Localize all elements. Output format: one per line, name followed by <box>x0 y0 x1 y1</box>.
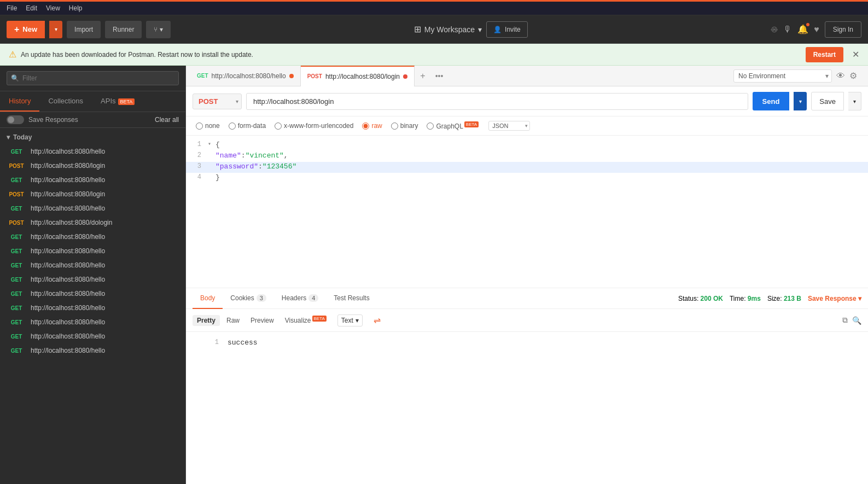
url-input[interactable] <box>246 93 748 110</box>
radio-urlencoded[interactable]: x-www-form-urlencoded <box>271 122 357 130</box>
more-tabs-button[interactable]: ••• <box>431 68 447 84</box>
history-item[interactable]: GET http://localhost:8080/hello <box>0 287 185 301</box>
tab-collections[interactable]: Collections <box>39 91 92 112</box>
notification-icon[interactable]: 🔔 <box>797 24 808 34</box>
save-dropdown-button[interactable]: ▾ <box>848 92 861 110</box>
chevron-down-icon: ▾ <box>7 133 10 141</box>
invite-button[interactable]: 👤 Invite <box>486 21 528 38</box>
interceptor-icon[interactable]: 🎙 <box>783 25 792 34</box>
view-pretty-button[interactable]: Pretty <box>193 315 220 326</box>
menu-edit[interactable]: Edit <box>26 4 37 12</box>
heart-icon[interactable]: ♥ <box>814 25 819 34</box>
history-item[interactable]: POST http://localhost:8080/login <box>0 187 185 201</box>
radio-none[interactable]: none <box>193 122 223 130</box>
clear-all-button[interactable]: Clear all <box>155 116 179 124</box>
history-url: http://localhost:8080/hello <box>31 347 105 354</box>
radio-form-data[interactable]: form-data <box>225 122 269 130</box>
radio-raw[interactable]: raw <box>359 122 385 130</box>
history-today-header: ▾ Today <box>0 128 185 144</box>
save-button[interactable]: Save <box>811 92 844 110</box>
word-wrap-button[interactable]: ⇌ <box>369 313 385 327</box>
method-badge: GET <box>7 348 26 354</box>
view-visualize-button[interactable]: VisualizeBETA <box>281 314 331 326</box>
method-badge: GET <box>7 319 26 325</box>
restart-button[interactable]: Restart <box>806 47 843 62</box>
history-item[interactable]: POST http://localhost:8080/dologin <box>0 215 185 230</box>
fork-icon: ⑂ <box>154 26 158 33</box>
signin-button[interactable]: Sign In <box>825 21 861 38</box>
resp-tab-headers[interactable]: Headers 4 <box>274 288 326 309</box>
send-button[interactable]: Send <box>753 92 790 110</box>
eye-icon[interactable]: 👁 <box>836 71 845 81</box>
new-dropdown-button[interactable]: ▾ <box>49 21 62 38</box>
sidebar-tabs: History Collections APIsBETA <box>0 91 185 112</box>
history-item[interactable]: GET http://localhost:8080/hello <box>0 230 185 244</box>
menu-file[interactable]: File <box>7 4 17 12</box>
tab-history[interactable]: History <box>0 91 39 112</box>
tab-method: GET <box>197 73 208 79</box>
method-badge: POST <box>7 220 26 226</box>
history-item[interactable]: GET http://localhost:8080/hello <box>0 329 185 343</box>
size-value: 213 B <box>784 295 801 302</box>
request-tab-0[interactable]: GET http://localhost:8080/hello <box>190 66 301 86</box>
text-format-select[interactable]: Text ▾ <box>337 314 363 326</box>
code-editor[interactable]: 1 ▾ { 2 "name":"vincent", 3 "password":"… <box>186 136 868 288</box>
view-raw-button[interactable]: Raw <box>222 315 244 326</box>
radio-graphql[interactable]: GraphQLBETA <box>423 122 482 130</box>
tabs-bar: GET http://localhost:8080/hello POST htt… <box>186 66 868 86</box>
response-content: success <box>228 339 258 347</box>
environment-select[interactable]: No Environment <box>733 69 832 83</box>
method-badge: GET <box>7 177 26 183</box>
history-item[interactable]: GET http://localhost:8080/hello <box>0 315 185 329</box>
history-item[interactable]: GET http://localhost:8080/hello <box>0 244 185 258</box>
time-value: 9ms <box>748 295 761 302</box>
code-line-1: 1 ▾ { <box>186 140 868 151</box>
save-responses-toggle[interactable] <box>7 115 24 124</box>
request-tab-1[interactable]: POST http://localhost:8080/login <box>301 66 415 86</box>
tab-apis[interactable]: APIsBETA <box>92 91 143 112</box>
history-item[interactable]: GET http://localhost:8080/hello <box>0 272 185 287</box>
workspace-button[interactable]: ⊞ My Workspace ▾ <box>414 24 482 34</box>
tabs-bar-wrap: GET http://localhost:8080/hello POST htt… <box>186 66 868 86</box>
method-select[interactable]: POST GET PUT DELETE PATCH <box>193 94 242 109</box>
new-button[interactable]: + New <box>7 21 45 38</box>
history-item[interactable]: GET http://localhost:8080/hello <box>0 301 185 315</box>
search-icon[interactable]: ⊗ <box>771 24 778 34</box>
history-item[interactable]: GET http://localhost:8080/hello <box>0 343 185 358</box>
resp-tab-body[interactable]: Body <box>193 288 223 309</box>
search-response-button[interactable]: 🔍 <box>852 316 861 325</box>
import-button[interactable]: Import <box>67 21 101 38</box>
filter-input[interactable] <box>7 71 179 85</box>
save-response-button[interactable]: Save Response ▾ <box>808 295 861 302</box>
runner-button[interactable]: Runner <box>105 21 142 38</box>
history-item[interactable]: GET http://localhost:8080/hello <box>0 173 185 187</box>
view-preview-button[interactable]: Preview <box>246 315 278 326</box>
body-options: none form-data x-www-form-urlencoded raw… <box>186 116 868 136</box>
warning-icon: ⚠ <box>9 49 16 60</box>
fork-button[interactable]: ⑂▾ <box>146 21 171 38</box>
menu-help[interactable]: Help <box>69 4 83 12</box>
history-item[interactable]: GET http://localhost:8080/hello <box>0 258 185 272</box>
history-today-label: Today <box>13 133 32 141</box>
grid-icon: ⊞ <box>414 24 421 34</box>
new-tab-button[interactable]: + <box>415 68 431 84</box>
history-url: http://localhost:8080/hello <box>31 318 105 326</box>
send-dropdown-button[interactable]: ▾ <box>794 92 807 110</box>
code-line-2: 2 "name":"vincent", <box>186 151 868 162</box>
resp-tab-test-results[interactable]: Test Results <box>326 288 377 309</box>
radio-binary[interactable]: binary <box>388 122 422 130</box>
history-item[interactable]: POST http://localhost:8080/login <box>0 159 185 173</box>
workspace-dropdown-icon: ▾ <box>478 25 482 34</box>
history-item[interactable]: GET http://localhost:8080/hello <box>0 144 185 159</box>
body-format-select[interactable]: JSON Text JavaScript HTML XML <box>488 121 530 131</box>
resp-tab-cookies[interactable]: Cookies 3 <box>223 288 273 309</box>
settings-icon[interactable]: ⚙ <box>849 71 857 81</box>
close-banner-icon[interactable]: ✕ <box>852 49 859 60</box>
apis-beta-badge: BETA <box>118 98 135 105</box>
history-item[interactable]: GET http://localhost:8080/hello <box>0 201 185 215</box>
copy-response-button[interactable]: ⧉ <box>842 316 848 325</box>
banner-text: An update has been downloaded for Postma… <box>21 51 801 59</box>
menu-view[interactable]: View <box>46 4 60 12</box>
status-value: 200 OK <box>701 295 723 302</box>
method-badge: GET <box>7 234 26 240</box>
